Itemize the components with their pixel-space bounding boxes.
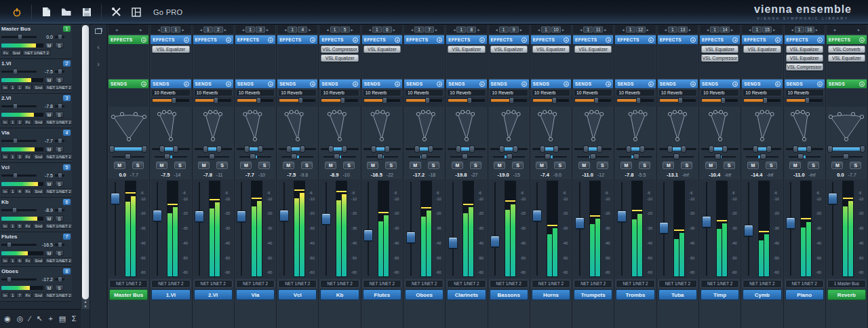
pan-slider[interactable]	[239, 153, 271, 160]
fader-value[interactable]: -7.7	[245, 172, 254, 178]
volume-fader-knob[interactable]	[321, 213, 331, 225]
send-slot[interactable]: 10 Reverb	[658, 89, 697, 96]
surround-panner[interactable]	[108, 107, 149, 145]
add-send-icon[interactable]: +	[606, 81, 611, 87]
send-slot[interactable]: 10 Reverb	[320, 89, 359, 96]
mini-pan-knob[interactable]	[58, 69, 62, 75]
channel-number-badge[interactable]: 6	[63, 199, 71, 205]
pan-slider[interactable]	[662, 153, 694, 160]
midi-port-box[interactable]: 1	[414, 26, 424, 33]
send-level-slider[interactable]	[660, 99, 696, 102]
output-routing-button[interactable]: NET 1/NET 2	[574, 280, 612, 288]
route-next-icon[interactable]: ▸	[646, 27, 650, 32]
add-effect-icon[interactable]: +	[732, 37, 738, 43]
channel-name-button[interactable]: Vcl	[278, 289, 317, 300]
sends-header[interactable]: SENDS +	[700, 79, 740, 88]
route-next-icon[interactable]: ▸	[224, 27, 227, 32]
solo-button[interactable]: S	[597, 162, 608, 169]
effect-plugin-button[interactable]: VSL Equalizer	[490, 45, 528, 53]
output-routing-button[interactable]: NET 1/NET 2	[490, 280, 528, 288]
surround-panner[interactable]	[362, 107, 402, 145]
width-knob-right[interactable]	[428, 145, 433, 153]
open-folder-icon[interactable]	[58, 5, 75, 20]
input-channel-box[interactable]: 2	[16, 119, 22, 125]
effects-header[interactable]: EFFECTS +	[531, 35, 571, 44]
fx-button[interactable]: Fx	[24, 257, 33, 263]
send-level-handle[interactable]	[721, 97, 726, 104]
send-level-slider[interactable]	[744, 99, 780, 102]
output-routing-button[interactable]: NET 1/NET 2	[151, 280, 190, 288]
add-send-icon[interactable]: +	[817, 81, 823, 87]
input-label[interactable]: In	[1, 188, 9, 194]
width-knob-left[interactable]	[667, 145, 673, 153]
add-effect-icon[interactable]: +	[606, 37, 611, 43]
effects-header[interactable]: EFFECTS +	[319, 35, 359, 44]
pointer-icon[interactable]: ↖	[37, 315, 43, 323]
pan-knob[interactable]	[334, 153, 340, 160]
width-slider[interactable]	[828, 145, 865, 153]
send-slot[interactable]: 10 Reverb	[278, 89, 317, 96]
midi-port-box[interactable]: 1	[372, 26, 382, 33]
add-send-icon[interactable]: +	[268, 81, 273, 87]
volume-fader[interactable]	[574, 181, 585, 277]
mini-pan-slider[interactable]	[55, 140, 64, 142]
width-knob-left[interactable]	[753, 145, 758, 153]
effects-header[interactable]: EFFECTS +	[742, 35, 782, 44]
send-slot[interactable]: 10 Reverb	[616, 89, 654, 96]
sends-header[interactable]: SENDS +	[785, 79, 825, 88]
volume-fader[interactable]	[152, 181, 163, 277]
solo-button[interactable]: S	[343, 162, 355, 169]
peak-value[interactable]: -9.0	[553, 172, 561, 177]
mute-button[interactable]: M	[578, 162, 590, 169]
effects-header[interactable]: EFFECTS +	[489, 35, 529, 44]
mute-button[interactable]: M	[789, 162, 801, 169]
sends-header[interactable]: SENDS +	[108, 79, 149, 88]
dial-outline-icon[interactable]: ◎	[17, 315, 24, 323]
fx-button[interactable]: Fx	[24, 84, 33, 90]
effect-plugin-button[interactable]: VSL Equalizer	[321, 54, 358, 62]
effects-header[interactable]: EFFECTS +	[277, 35, 317, 44]
solo-button[interactable]: S	[724, 162, 735, 169]
input-label[interactable]: In	[1, 223, 9, 229]
send-level-handle[interactable]	[298, 97, 303, 104]
fader-value[interactable]: -7.4	[540, 172, 549, 178]
solo-button[interactable]: S	[174, 162, 186, 169]
mini-solo-button[interactable]: S	[55, 111, 64, 117]
fader-value[interactable]: 0.0	[837, 172, 844, 178]
mini-pan-knob[interactable]	[58, 172, 62, 179]
output-routing-button[interactable]: NET 1/NET 2	[616, 280, 654, 288]
route-prev-icon[interactable]: ◂	[495, 27, 498, 32]
sends-header[interactable]: SENDS +	[446, 79, 486, 88]
channel-name-button[interactable]: Piano	[785, 289, 824, 300]
add-effect-icon[interactable]: +	[395, 37, 400, 43]
volume-fader[interactable]	[532, 181, 542, 277]
peak-value[interactable]: -11	[216, 172, 223, 177]
midi-port-box[interactable]: 1	[626, 26, 635, 33]
send-level-slider[interactable]	[491, 99, 527, 102]
scroll-down-icon[interactable]: ▼	[81, 304, 90, 309]
input-channel-box[interactable]: 1	[16, 84, 22, 90]
collapse-left-icon[interactable]: ‹	[97, 43, 100, 51]
send-level-handle[interactable]	[636, 97, 641, 104]
add-send-icon[interactable]: +	[437, 81, 442, 87]
add-effect-icon[interactable]: +	[184, 37, 189, 43]
channel-name-button[interactable]: Timp	[701, 289, 739, 300]
add-effect-icon[interactable]: +	[521, 37, 527, 43]
width-knob-right[interactable]	[806, 145, 812, 153]
volume-fader[interactable]	[110, 181, 121, 277]
scroll-up-icon[interactable]: ▲	[81, 299, 90, 304]
input-port-box[interactable]: 1	[9, 292, 16, 298]
effect-plugin-button[interactable]: VSL Compressor	[321, 45, 358, 53]
sum-icon[interactable]: Σ	[72, 315, 77, 323]
send-slot[interactable]: 10 Reverb	[743, 89, 781, 96]
midi-port-box[interactable]: 1	[795, 26, 804, 33]
volume-fader-knob[interactable]	[575, 217, 585, 230]
solo-button[interactable]: S	[132, 162, 144, 169]
expand-right-icon[interactable]: ›	[97, 60, 100, 68]
midi-port-box[interactable]: 1	[710, 26, 719, 33]
volume-fader[interactable]	[490, 181, 500, 277]
add-send-icon[interactable]: +	[521, 81, 527, 87]
sends-header[interactable]: SENDS +	[151, 79, 191, 88]
channel-name-button[interactable]: Kb	[320, 289, 359, 300]
mute-button[interactable]: M	[114, 162, 125, 169]
